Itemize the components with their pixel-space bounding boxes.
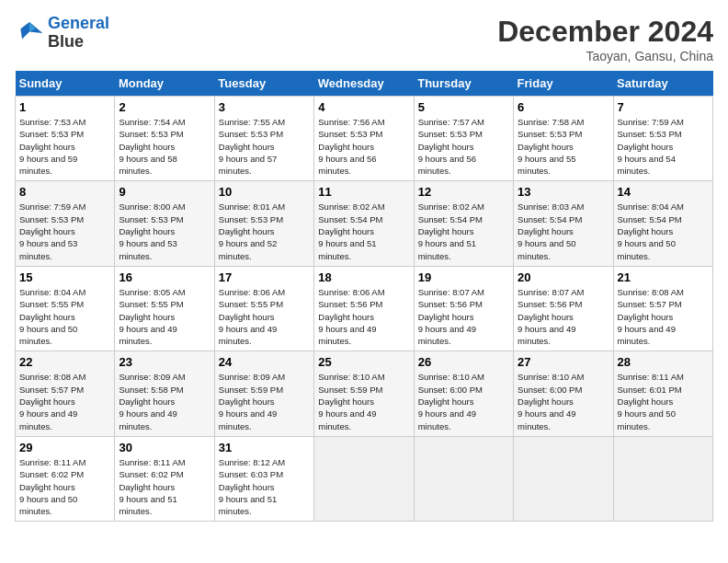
day-info: Sunrise: 8:04 AM Sunset: 5:54 PM Dayligh… [618,201,709,261]
day-number: 22 [19,355,110,369]
location-title: Taoyan, Gansu, China [497,49,713,63]
day-info: Sunrise: 8:08 AM Sunset: 5:57 PM Dayligh… [19,371,110,431]
day-number: 20 [518,270,609,284]
day-number: 28 [618,355,709,369]
weekday-header-friday: Friday [514,71,613,97]
day-info: Sunrise: 7:53 AM Sunset: 5:53 PM Dayligh… [19,116,110,177]
calendar-cell: 18 Sunrise: 8:06 AM Sunset: 5:56 PM Dayl… [314,266,414,350]
day-info: Sunrise: 8:11 AM Sunset: 6:02 PM Dayligh… [119,456,210,517]
day-number: 17 [219,270,310,284]
day-number: 7 [618,100,709,114]
day-number: 31 [219,441,310,454]
day-info: Sunrise: 8:07 AM Sunset: 5:56 PM Dayligh… [518,286,609,347]
calendar-cell: 27 Sunrise: 8:10 AM Sunset: 6:00 PM Dayl… [514,351,613,436]
calendar-cell: 8 Sunrise: 7:59 AM Sunset: 5:53 PM Dayli… [16,181,115,266]
day-number: 19 [418,270,509,284]
calendar-cell: 26 Sunrise: 8:10 AM Sunset: 6:00 PM Dayl… [414,351,513,436]
day-info: Sunrise: 8:10 AM Sunset: 5:59 PM Dayligh… [318,371,409,431]
day-number: 29 [19,441,110,454]
day-number: 1 [19,100,110,114]
calendar-week-4: 22 Sunrise: 8:08 AM Sunset: 5:57 PM Dayl… [16,351,713,436]
day-number: 12 [418,185,509,199]
day-info: Sunrise: 8:04 AM Sunset: 5:55 PM Dayligh… [19,286,110,347]
calendar-cell: 31 Sunrise: 8:12 AM Sunset: 6:03 PM Dayl… [214,436,313,521]
calendar-cell: 22 Sunrise: 8:08 AM Sunset: 5:57 PM Dayl… [16,351,115,436]
day-info: Sunrise: 8:12 AM Sunset: 6:03 PM Dayligh… [219,456,310,517]
day-number: 3 [219,100,310,114]
day-info: Sunrise: 8:02 AM Sunset: 5:54 PM Dayligh… [318,201,409,261]
day-number: 26 [418,355,509,369]
calendar-cell: 30 Sunrise: 8:11 AM Sunset: 6:02 PM Dayl… [115,436,214,521]
day-number: 25 [318,355,409,369]
day-info: Sunrise: 8:01 AM Sunset: 5:53 PM Dayligh… [219,201,310,261]
calendar-cell: 29 Sunrise: 8:11 AM Sunset: 6:02 PM Dayl… [16,436,115,521]
day-info: Sunrise: 8:11 AM Sunset: 6:02 PM Dayligh… [19,456,110,517]
calendar-cell: 4 Sunrise: 7:56 AM Sunset: 5:53 PM Dayli… [314,97,414,181]
calendar-cell: 21 Sunrise: 8:08 AM Sunset: 5:57 PM Dayl… [613,266,712,350]
day-number: 27 [518,355,609,369]
calendar-cell: 15 Sunrise: 8:04 AM Sunset: 5:55 PM Dayl… [16,266,115,350]
calendar-cell [314,436,414,521]
calendar-cell: 12 Sunrise: 8:02 AM Sunset: 5:54 PM Dayl… [414,181,513,266]
day-number: 13 [518,185,609,199]
day-number: 5 [418,100,509,114]
calendar-cell: 1 Sunrise: 7:53 AM Sunset: 5:53 PM Dayli… [16,97,115,181]
calendar-cell: 9 Sunrise: 8:00 AM Sunset: 5:53 PM Dayli… [115,181,214,266]
day-info: Sunrise: 8:07 AM Sunset: 5:56 PM Dayligh… [418,286,509,347]
day-info: Sunrise: 8:09 AM Sunset: 5:59 PM Dayligh… [219,371,310,431]
weekday-header-tuesday: Tuesday [214,71,313,97]
day-info: Sunrise: 8:08 AM Sunset: 5:57 PM Dayligh… [618,286,709,347]
day-info: Sunrise: 8:10 AM Sunset: 6:00 PM Dayligh… [418,371,509,431]
weekday-header-monday: Monday [115,71,214,97]
calendar-cell: 14 Sunrise: 8:04 AM Sunset: 5:54 PM Dayl… [613,181,712,266]
calendar-cell [414,436,513,521]
day-number: 6 [518,100,609,114]
day-info: Sunrise: 8:11 AM Sunset: 6:01 PM Dayligh… [618,371,709,431]
day-number: 11 [318,185,409,199]
calendar-cell: 20 Sunrise: 8:07 AM Sunset: 5:56 PM Dayl… [514,266,613,350]
calendar-cell: 17 Sunrise: 8:06 AM Sunset: 5:55 PM Dayl… [214,266,313,350]
calendar-cell: 11 Sunrise: 8:02 AM Sunset: 5:54 PM Dayl… [314,181,414,266]
day-info: Sunrise: 8:10 AM Sunset: 6:00 PM Dayligh… [518,371,609,431]
page-header: GeneralBlue December 2024 Taoyan, Gansu,… [15,15,713,63]
day-info: Sunrise: 8:06 AM Sunset: 5:56 PM Dayligh… [318,286,409,347]
logo-icon [15,18,44,48]
calendar-cell: 7 Sunrise: 7:59 AM Sunset: 5:53 PM Dayli… [613,97,712,181]
day-number: 30 [119,441,210,454]
calendar-cell: 24 Sunrise: 8:09 AM Sunset: 5:59 PM Dayl… [214,351,313,436]
calendar-cell: 28 Sunrise: 8:11 AM Sunset: 6:01 PM Dayl… [613,351,712,436]
day-number: 15 [19,270,110,284]
day-number: 21 [618,270,709,284]
calendar-cell: 2 Sunrise: 7:54 AM Sunset: 5:53 PM Dayli… [115,97,214,181]
calendar-cell: 3 Sunrise: 7:55 AM Sunset: 5:53 PM Dayli… [214,97,313,181]
day-info: Sunrise: 7:54 AM Sunset: 5:53 PM Dayligh… [119,116,210,177]
day-info: Sunrise: 7:57 AM Sunset: 5:53 PM Dayligh… [418,116,509,177]
day-number: 14 [618,185,709,199]
calendar-cell: 19 Sunrise: 8:07 AM Sunset: 5:56 PM Dayl… [414,266,513,350]
day-info: Sunrise: 8:06 AM Sunset: 5:55 PM Dayligh… [219,286,310,347]
month-title: December 2024 [497,15,713,49]
day-number: 9 [119,185,210,199]
calendar-cell: 6 Sunrise: 7:58 AM Sunset: 5:53 PM Dayli… [514,97,613,181]
day-info: Sunrise: 7:59 AM Sunset: 5:53 PM Dayligh… [618,116,709,177]
weekday-header-thursday: Thursday [414,71,513,97]
logo-text: GeneralBlue [48,15,109,52]
weekday-header-saturday: Saturday [613,71,712,97]
weekday-header-wednesday: Wednesday [314,71,414,97]
calendar-cell [613,436,712,521]
day-number: 16 [119,270,210,284]
calendar-cell: 13 Sunrise: 8:03 AM Sunset: 5:54 PM Dayl… [514,181,613,266]
day-info: Sunrise: 8:02 AM Sunset: 5:54 PM Dayligh… [418,201,509,261]
day-info: Sunrise: 8:00 AM Sunset: 5:53 PM Dayligh… [119,201,210,261]
day-number: 8 [19,185,110,199]
day-info: Sunrise: 7:56 AM Sunset: 5:53 PM Dayligh… [318,116,409,177]
title-block: December 2024 Taoyan, Gansu, China [497,15,713,63]
calendar-cell: 10 Sunrise: 8:01 AM Sunset: 5:53 PM Dayl… [214,181,313,266]
day-number: 18 [318,270,409,284]
day-info: Sunrise: 7:59 AM Sunset: 5:53 PM Dayligh… [19,201,110,261]
calendar-cell: 5 Sunrise: 7:57 AM Sunset: 5:53 PM Dayli… [414,97,513,181]
calendar-table: SundayMondayTuesdayWednesdayThursdayFrid… [15,71,713,522]
calendar-cell: 23 Sunrise: 8:09 AM Sunset: 5:58 PM Dayl… [115,351,214,436]
weekday-header-sunday: Sunday [16,71,115,97]
day-number: 23 [119,355,210,369]
